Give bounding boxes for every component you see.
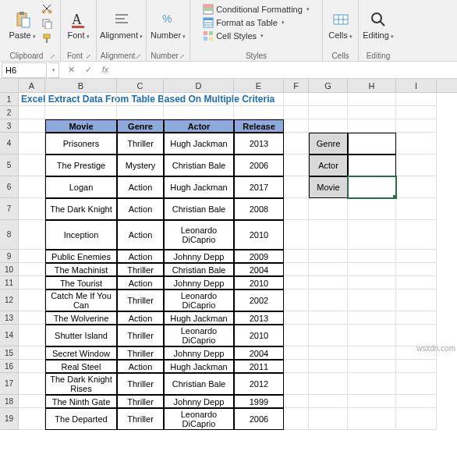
cell-F18[interactable] [284, 395, 309, 408]
name-box-dropdown[interactable]: ▾ [48, 62, 59, 78]
row-header-11[interactable]: 11 [0, 276, 19, 290]
row-header-2[interactable]: 2 [0, 106, 19, 119]
table-cell-release-8[interactable]: 2002 [234, 290, 284, 311]
table-cell-actor-5[interactable]: Johnny Depp [164, 250, 234, 263]
cell-A8[interactable] [19, 220, 45, 250]
table-cell-release-6[interactable]: 2004 [234, 263, 284, 276]
cell-F13[interactable] [284, 311, 309, 325]
cell-C1[interactable] [117, 93, 164, 106]
cell-H13[interactable] [348, 311, 396, 325]
table-cell-movie-11[interactable]: Secret Window [45, 346, 117, 360]
cell-I11[interactable] [396, 276, 437, 290]
cell-E2[interactable] [234, 106, 284, 119]
table-cell-actor-7[interactable]: Johnny Depp [164, 276, 234, 290]
side-label-actor[interactable]: Actor [309, 155, 348, 176]
cell-A14[interactable] [19, 325, 45, 346]
row-header-1[interactable]: 1 [0, 93, 19, 106]
cell-A11[interactable] [19, 276, 45, 290]
table-cell-actor-10[interactable]: Leonardo DiCaprio [164, 325, 234, 346]
row-header-8[interactable]: 8 [0, 220, 19, 250]
cell-G10[interactable] [309, 263, 348, 276]
cell-I17[interactable] [396, 373, 437, 395]
cell-H1[interactable] [348, 93, 396, 106]
cell-G7[interactable] [309, 198, 348, 220]
cell-I18[interactable] [396, 395, 437, 408]
table-cell-genre-10[interactable]: Thriller [117, 325, 164, 346]
table-cell-genre-11[interactable]: Thriller [117, 346, 164, 360]
cancel-formula-button[interactable]: ✕ [64, 65, 78, 75]
row-header-9[interactable]: 9 [0, 250, 19, 263]
cell-F11[interactable] [284, 276, 309, 290]
table-cell-movie-6[interactable]: The Machinist [45, 263, 117, 276]
table-cell-genre-12[interactable]: Action [117, 360, 164, 373]
cell-I9[interactable] [396, 250, 437, 263]
alignment-button[interactable]: Alignment▾ [106, 2, 137, 48]
cell-F16[interactable] [284, 360, 309, 373]
cell-H2[interactable] [348, 106, 396, 119]
cell-A4[interactable] [19, 133, 45, 155]
cell-F19[interactable] [284, 408, 309, 430]
table-cell-release-4[interactable]: 2010 [234, 220, 284, 250]
table-cell-genre-14[interactable]: Thriller [117, 395, 164, 408]
table-cell-release-5[interactable]: 2009 [234, 250, 284, 263]
cell-I12[interactable] [396, 290, 437, 311]
table-cell-release-12[interactable]: 2011 [234, 360, 284, 373]
cell-F1[interactable] [284, 93, 309, 106]
cell-G1[interactable] [309, 93, 348, 106]
alignment-launcher[interactable]: ⤢ [136, 53, 141, 60]
cell-G17[interactable] [309, 373, 348, 395]
table-cell-actor-14[interactable]: Johnny Depp [164, 395, 234, 408]
fx-button[interactable]: fx [98, 65, 112, 75]
cell-A19[interactable] [19, 408, 45, 430]
cell-I4[interactable] [396, 133, 437, 155]
table-cell-genre-9[interactable]: Action [117, 311, 164, 325]
cell-G11[interactable] [309, 276, 348, 290]
table-cell-movie-15[interactable]: The Departed [45, 408, 117, 430]
table-cell-actor-0[interactable]: Hugh Jackman [164, 133, 234, 155]
select-all-corner[interactable] [0, 79, 19, 92]
table-cell-actor-13[interactable]: Christian Bale [164, 373, 234, 395]
row-header-19[interactable]: 19 [0, 408, 19, 430]
table-cell-movie-14[interactable]: The Ninth Gate [45, 395, 117, 408]
cell-F15[interactable] [284, 346, 309, 360]
row-header-12[interactable]: 12 [0, 290, 19, 311]
cell-H3[interactable] [348, 119, 396, 133]
table-cell-movie-7[interactable]: The Tourist [45, 276, 117, 290]
table-header-genre[interactable]: Genre [117, 119, 164, 133]
cell-H16[interactable] [348, 360, 396, 373]
cell-I7[interactable] [396, 198, 437, 220]
copy-button[interactable] [40, 16, 54, 30]
cell-A9[interactable] [19, 250, 45, 263]
table-cell-genre-13[interactable]: Thriller [117, 373, 164, 395]
cell-A5[interactable] [19, 155, 45, 176]
cell-G8[interactable] [309, 220, 348, 250]
table-cell-actor-4[interactable]: Leonardo DiCaprio [164, 220, 234, 250]
table-cell-actor-12[interactable]: Hugh Jackman [164, 360, 234, 373]
table-cell-movie-13[interactable]: The Dark Knight Rises [45, 373, 117, 395]
table-cell-actor-11[interactable]: Johnny Depp [164, 346, 234, 360]
table-cell-release-0[interactable]: 2013 [234, 133, 284, 155]
table-cell-movie-2[interactable]: Logan [45, 176, 117, 198]
row-header-3[interactable]: 3 [0, 119, 19, 133]
col-header-C[interactable]: C [117, 79, 164, 92]
table-cell-genre-15[interactable]: Thriller [117, 408, 164, 430]
table-cell-genre-1[interactable]: Mystery [117, 155, 164, 176]
row-header-7[interactable]: 7 [0, 198, 19, 220]
cell-F7[interactable] [284, 198, 309, 220]
table-cell-actor-9[interactable]: Hugh Jackman [164, 311, 234, 325]
cell-A17[interactable] [19, 373, 45, 395]
table-cell-genre-2[interactable]: Action [117, 176, 164, 198]
cell-I16[interactable] [396, 360, 437, 373]
cell-H7[interactable] [348, 198, 396, 220]
col-header-B[interactable]: B [45, 79, 117, 92]
table-cell-movie-4[interactable]: Inception [45, 220, 117, 250]
conditional-formatting-button[interactable]: Conditional Formatting▾ [200, 3, 313, 16]
cell-A2[interactable] [19, 106, 45, 119]
name-box[interactable] [2, 62, 47, 78]
enter-formula-button[interactable]: ✓ [81, 65, 95, 75]
cell-F2[interactable] [284, 106, 309, 119]
table-cell-movie-1[interactable]: The Prestige [45, 155, 117, 176]
font-button[interactable]: A Font▾ [63, 2, 94, 48]
cell-G3[interactable] [309, 119, 348, 133]
cell-F5[interactable] [284, 155, 309, 176]
